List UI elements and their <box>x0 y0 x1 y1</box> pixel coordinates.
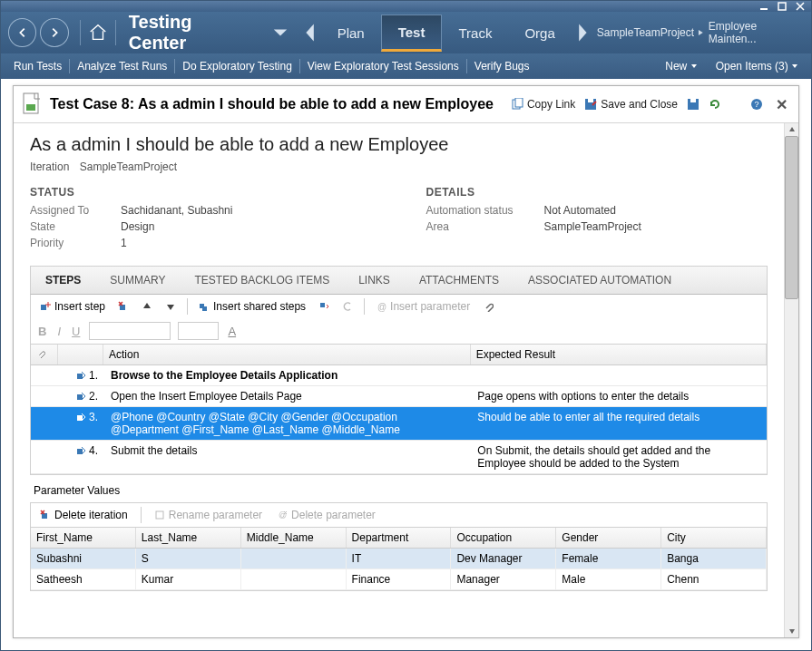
breadcrumb[interactable]: SampleTeamProject Employee Mainten... <box>597 20 804 45</box>
detail-tab[interactable]: STEPS <box>31 267 95 294</box>
document-icon <box>21 92 43 117</box>
detail-tab[interactable]: SUMMARY <box>95 267 180 294</box>
create-shared-steps-button[interactable] <box>315 299 333 314</box>
detail-tab[interactable]: LINKS <box>344 267 405 294</box>
param-col-header[interactable]: Occupation <box>451 528 556 548</box>
main-tab-track[interactable]: Track <box>442 16 508 50</box>
svg-rect-16 <box>320 303 325 307</box>
insert-step-button[interactable]: Insert step <box>36 298 109 315</box>
status-head: STATUS <box>30 186 372 199</box>
svg-rect-18 <box>77 374 83 379</box>
param-row[interactable]: SatheeshKumarFinanceManagerMaleChenn <box>31 569 767 590</box>
detail-tab[interactable]: TESTED BACKLOG ITEMS <box>180 267 344 294</box>
param-col-header[interactable]: City <box>661 528 767 548</box>
open-items-menu[interactable]: Open Items (3) <box>712 58 802 74</box>
maximize-button[interactable] <box>777 2 788 11</box>
delete-parameter-button[interactable]: @Delete parameter <box>273 507 379 523</box>
font-family-select[interactable] <box>89 322 171 340</box>
automation-status-value[interactable]: Not Automated <box>544 204 616 217</box>
help-button[interactable]: ? <box>750 98 763 111</box>
copy-link-button[interactable]: Copy Link <box>511 98 575 111</box>
tabs-right[interactable] <box>572 22 595 44</box>
main-tab-orga[interactable]: Orga <box>508 16 571 50</box>
work-item-heading: As a admin I should be able to add a new… <box>30 134 768 155</box>
main-tab-test[interactable]: Test <box>381 15 443 52</box>
scroll-down[interactable] <box>786 625 798 637</box>
param-toolbar: Delete iteration Rename parameter @Delet… <box>30 502 768 527</box>
minimize-button[interactable] <box>758 2 769 11</box>
home-button[interactable] <box>88 23 108 43</box>
priority-value[interactable]: 1 <box>121 237 127 249</box>
param-col-header[interactable]: Last_Name <box>136 528 241 548</box>
center-drop[interactable] <box>269 22 292 44</box>
divider <box>115 20 116 45</box>
sub-item[interactable]: Run Tests <box>10 58 65 74</box>
move-down-button[interactable] <box>161 299 180 314</box>
svg-text:@: @ <box>279 510 287 520</box>
svg-rect-9 <box>690 99 696 102</box>
vertical-scrollbar[interactable] <box>784 123 798 637</box>
sub-item[interactable]: Analyze Test Runs <box>73 58 171 74</box>
svg-rect-3 <box>26 104 35 111</box>
sub-item[interactable]: Verify Bugs <box>471 58 533 74</box>
undo-button[interactable] <box>338 299 357 314</box>
font-color-button[interactable]: A <box>226 325 238 338</box>
delete-iteration-button[interactable]: Delete iteration <box>36 507 132 523</box>
assigned-to-value[interactable]: Sachidanant, Subashni <box>121 204 232 217</box>
state-value[interactable]: Design <box>121 220 154 233</box>
param-row[interactable]: SubashniSITDev ManagerFemaleBanga <box>31 549 767 569</box>
save-and-close-button[interactable]: Save and Close <box>584 98 678 111</box>
param-col-header[interactable]: Gender <box>556 528 661 548</box>
svg-rect-0 <box>760 8 768 10</box>
param-col-header[interactable]: Middle_Name <box>241 528 347 548</box>
bold-button[interactable]: B <box>36 325 48 338</box>
italic-button[interactable]: I <box>55 325 63 338</box>
move-up-button[interactable] <box>138 299 156 314</box>
forward-button[interactable] <box>40 18 68 47</box>
col-expected: Expected Result <box>471 345 767 364</box>
iteration-value[interactable]: SampleTeamProject <box>80 160 177 173</box>
parameter-values-label: Parameter Values <box>30 475 768 502</box>
format-toolbar: B I U A <box>30 318 768 345</box>
param-col-header[interactable]: First_Name <box>31 528 136 548</box>
col-action: Action <box>103 345 471 364</box>
font-size-select[interactable] <box>178 322 219 340</box>
close-page-button[interactable]: ✕ <box>772 96 791 113</box>
tabs-left[interactable] <box>298 22 321 44</box>
step-row[interactable]: 2.Open the Insert Employee Details PageP… <box>31 386 767 407</box>
steps-grid: Action Expected Result 1.Browse to the E… <box>30 345 768 475</box>
svg-rect-21 <box>77 449 83 454</box>
step-row[interactable]: 3.@Phone @Country @State @City @Gender @… <box>31 407 767 441</box>
scroll-up[interactable] <box>786 123 798 136</box>
divider <box>80 20 81 45</box>
center-title[interactable]: Testing Center <box>129 12 252 53</box>
svg-rect-7 <box>588 99 593 102</box>
insert-shared-steps-button[interactable]: Insert shared steps <box>195 298 309 315</box>
nav-top: Testing Center PlanTestTrackOrga SampleT… <box>1 12 811 53</box>
delete-step-button[interactable] <box>114 299 132 314</box>
sub-item[interactable]: Do Exploratory Testing <box>179 58 296 74</box>
close-button[interactable] <box>795 2 806 11</box>
attach-col-icon <box>31 345 58 364</box>
save-button[interactable] <box>687 98 699 111</box>
svg-rect-23 <box>156 511 163 519</box>
new-menu[interactable]: New <box>661 58 700 74</box>
sub-item[interactable]: View Exploratory Test Sessions <box>304 58 463 74</box>
insert-parameter-button[interactable]: @Insert parameter <box>372 298 474 315</box>
detail-tab[interactable]: ASSOCIATED AUTOMATION <box>514 267 686 294</box>
attach-file-button[interactable] <box>479 299 497 314</box>
page-title: Test Case 8: As a admin I should be able… <box>50 96 504 112</box>
back-button[interactable] <box>8 18 36 47</box>
scroll-thumb[interactable] <box>785 136 798 299</box>
svg-rect-1 <box>778 3 786 10</box>
step-row[interactable]: 4.Submit the detailsOn Submit, the detai… <box>31 441 767 474</box>
refresh-button[interactable] <box>709 98 721 111</box>
step-row[interactable]: 1.Browse to the Employee Details Applica… <box>31 365 767 386</box>
main-tab-plan[interactable]: Plan <box>321 16 381 50</box>
rename-parameter-button[interactable]: Rename parameter <box>151 507 266 523</box>
area-value[interactable]: SampleTeamProject <box>544 220 641 233</box>
sub-toolbar: Run TestsAnalyze Test RunsDo Exploratory… <box>1 53 811 79</box>
underline-button[interactable]: U <box>70 325 82 338</box>
detail-tab[interactable]: ATTACHMENTS <box>405 267 514 294</box>
param-col-header[interactable]: Department <box>347 528 452 548</box>
